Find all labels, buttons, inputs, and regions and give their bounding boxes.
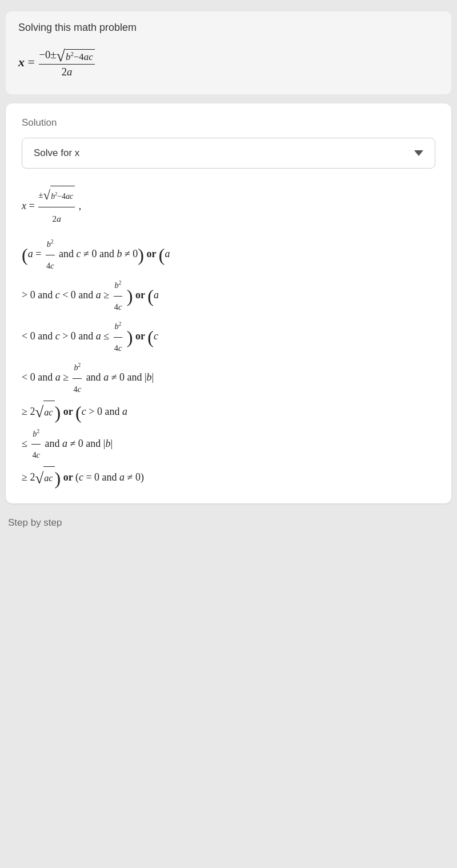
close-paren-1: ) (138, 245, 144, 265)
radicand-sol: b2−4ac (50, 186, 75, 206)
or-1: or (147, 248, 159, 259)
sqrt-ac-1: √ac (35, 401, 54, 424)
solution-line-1: x = ±√b2−4ac 2a , (22, 185, 435, 230)
condition-line-7: ≥ 2√ac) or (c = 0 and a ≠ 0) (22, 465, 435, 490)
open-paren-2: ( (159, 245, 165, 265)
solving-title: Solving this math problem (18, 22, 439, 34)
formula-denominator: 2a (62, 65, 73, 78)
quadratic-formula-display: x = −0±√b2−4ac 2a (18, 43, 439, 84)
radical-sol-symbol: √ (43, 190, 51, 202)
radicand-ac-2: ac (43, 466, 54, 490)
frac-den-4c-5: 4c (31, 445, 41, 465)
open-paren-1: ( (22, 245, 28, 265)
main-container: Solving this math problem x = −0±√b2−4ac… (6, 11, 451, 533)
solution-numerator: ±√b2−4ac (38, 185, 75, 207)
frac-b2-4c-1: b2 4c (45, 234, 55, 275)
sqrt-expression: √b2−4ac (57, 49, 95, 63)
problem-header-card: Solving this math problem x = −0±√b2−4ac… (6, 11, 451, 94)
frac-b2-4c-3: b2 4c (113, 317, 123, 358)
open-paren-4: ( (147, 327, 154, 347)
close-paren-3: ) (127, 327, 133, 347)
x-variable: x (18, 55, 25, 69)
step-by-step-section: Step by step (6, 513, 451, 533)
radical-ac-2: √ (35, 471, 43, 485)
solve-for-dropdown[interactable]: Solve for x (22, 138, 435, 169)
close-paren-4: ) (55, 402, 61, 422)
frac-b2-4c-5: b2 4c (31, 424, 41, 465)
condition-line-1: (a = b2 4c and c ≠ 0 and b ≠ 0) or (a (22, 234, 435, 275)
solution-label: Solution (22, 117, 435, 129)
close-paren-5: ) (55, 468, 61, 489)
frac-num-b2-3: b2 (114, 317, 123, 338)
solution-card: Solution Solve for x x = ±√b2−4ac 2a , (6, 103, 451, 503)
condition-line-2: > 0 and c < 0 and a ≥ b2 4c ) or (a (22, 275, 435, 317)
formula-numerator: −0±√b2−4ac (39, 49, 94, 65)
frac-b2-4c-4: b2 4c (73, 358, 83, 399)
math-solution-block: x = ±√b2−4ac 2a , (a = b2 4c and c ≠ 0 a… (22, 185, 435, 490)
condition-line-5: ≥ 2√ac) or (c > 0 and a (22, 399, 435, 424)
radicand-ac-1: ac (43, 401, 54, 424)
condition-line-3: < 0 and c > 0 and a ≤ b2 4c ) or (c (22, 317, 435, 358)
equals-sign: = (28, 55, 38, 69)
formula-fraction: −0±√b2−4ac 2a (39, 49, 94, 78)
solve-for-label: Solve for x (34, 147, 79, 159)
frac-num-b2: b2 (46, 234, 55, 255)
sqrt-ac-2: √ac (35, 466, 54, 490)
x-sol: x (22, 201, 26, 212)
frac-den-4c: 4c (45, 255, 55, 276)
frac-den-4c-2: 4c (113, 297, 123, 317)
frac-den-4c-4: 4c (73, 379, 83, 399)
open-paren-3: ( (147, 286, 154, 306)
solution-fraction: ±√b2−4ac 2a (38, 185, 75, 230)
radical-ac-1: √ (35, 405, 43, 419)
step-by-step-label: Step by step (8, 511, 62, 530)
radical-symbol: √ (57, 49, 65, 63)
or-3: or (135, 330, 147, 342)
frac-num-b2-2: b2 (114, 275, 123, 297)
chevron-down-icon (414, 150, 423, 156)
or-4: or (63, 406, 75, 417)
frac-b2-4c-2: b2 4c (113, 275, 123, 317)
sqrt-sol: √b2−4ac (43, 186, 75, 206)
or-2: or (135, 289, 147, 301)
frac-num-b2-5: b2 (31, 424, 41, 445)
frac-num-b2-4: b2 (73, 358, 82, 379)
open-paren-5: ( (75, 402, 82, 422)
radicand: b2−4ac (65, 49, 95, 63)
condition-line-4: < 0 and a ≥ b2 4c and a ≠ 0 and |b| (22, 358, 435, 399)
solution-denominator: 2a (53, 207, 61, 230)
condition-line-6: ≤ b2 4c and a ≠ 0 and |b| (22, 424, 435, 465)
or-5: or (63, 471, 75, 483)
frac-den-4c-3: 4c (113, 338, 123, 358)
close-paren-2: ) (127, 286, 133, 306)
